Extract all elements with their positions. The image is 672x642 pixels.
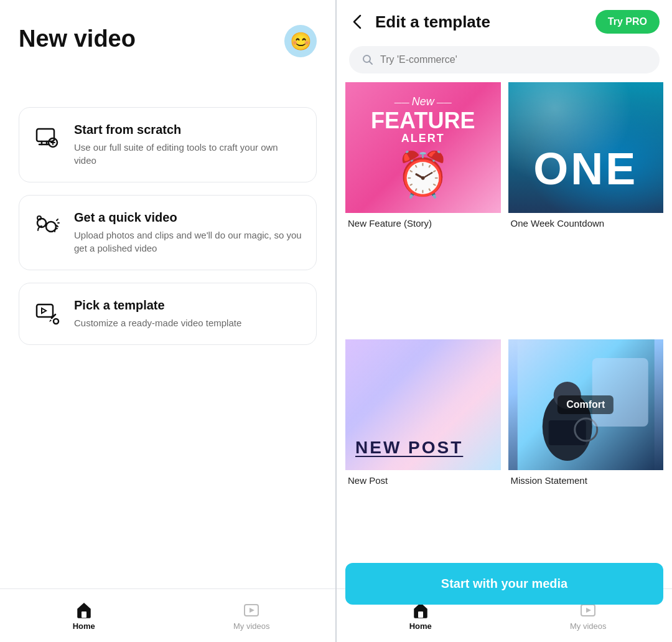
- left-bottom-nav: Home My videos: [0, 588, 335, 642]
- search-icon: [362, 54, 374, 66]
- search-input[interactable]: [380, 54, 647, 65]
- comfort-badge: Comfort: [558, 395, 614, 414]
- np-text: NEW POST: [355, 438, 463, 458]
- svg-rect-17: [592, 358, 648, 427]
- page-title: New video: [19, 25, 136, 54]
- myvideos-icon: [243, 602, 260, 619]
- scratch-title: Start from scratch: [74, 123, 302, 137]
- left-panel: New video 😊 Start from scratch Use our f…: [0, 0, 335, 642]
- left-nav-home-label: Home: [73, 621, 95, 631]
- template-card-mission[interactable]: Comfort Mission Statement: [508, 339, 664, 589]
- template-label-new-post: New Post: [345, 470, 501, 488]
- avatar-emoji: 😊: [290, 31, 312, 52]
- start-media-button-wrap: Start with your media: [345, 563, 663, 605]
- left-nav-home[interactable]: Home: [0, 597, 168, 636]
- template-card-new-post[interactable]: NEW POST New Post: [345, 339, 501, 589]
- quick-text: Get a quick video Upload photos and clip…: [74, 210, 302, 255]
- options-list: Start from scratch Use our full suite of…: [0, 70, 335, 588]
- right-panel-title: Edit a template: [375, 12, 587, 32]
- template-title: Pick a template: [74, 298, 241, 313]
- scratch-icon: [33, 123, 63, 153]
- svg-rect-0: [37, 129, 54, 141]
- start-from-scratch-card[interactable]: Start from scratch Use our full suite of…: [19, 107, 317, 182]
- svg-rect-18: [418, 611, 423, 618]
- left-header: New video 😊: [0, 0, 335, 70]
- template-label-one-week: One Week Countdown: [508, 213, 664, 231]
- quick-icon: [33, 210, 63, 240]
- home-icon: [75, 602, 93, 619]
- start-media-button[interactable]: Start with your media: [345, 563, 663, 605]
- template-icon: [33, 298, 63, 328]
- template-text: Pick a template Customize a ready-made v…: [74, 298, 241, 329]
- template-desc: Customize a ready-made video template: [74, 316, 241, 329]
- nf-new-text: New: [371, 95, 475, 108]
- template-card-one-week[interactable]: ONE One Week Countdown: [508, 82, 664, 332]
- svg-marker-10: [250, 608, 254, 613]
- left-nav-myvideos[interactable]: My videos: [168, 597, 336, 636]
- template-label-mission: Mission Statement: [508, 470, 664, 488]
- scratch-desc: Use our full suite of editing tools to c…: [74, 141, 302, 167]
- search-bar: [349, 46, 660, 73]
- svg-point-7: [54, 319, 58, 324]
- svg-point-4: [37, 216, 41, 220]
- template-grid: New FEATURE ALERT ⏰ New Feature (Story) …: [337, 82, 672, 588]
- svg-rect-8: [82, 611, 86, 618]
- one-text: ONE: [508, 143, 664, 194]
- right-panel: Edit a template Try PRO New FEATURE ALER…: [337, 0, 672, 642]
- svg-rect-15: [548, 420, 586, 445]
- quick-video-card[interactable]: Get a quick video Upload photos and clip…: [19, 195, 317, 270]
- scratch-text: Start from scratch Use our full suite of…: [74, 123, 302, 167]
- template-label-new-feature: New Feature (Story): [345, 213, 501, 231]
- right-nav-home-label: Home: [409, 621, 432, 631]
- svg-marker-6: [42, 308, 46, 313]
- avatar-button[interactable]: 😊: [284, 25, 317, 57]
- pick-template-card[interactable]: Pick a template Customize a ready-made v…: [19, 283, 317, 345]
- quick-desc: Upload photos and clips and we'll do our…: [74, 229, 302, 255]
- right-header: Edit a template Try PRO: [337, 0, 672, 44]
- svg-marker-20: [586, 608, 591, 613]
- quick-title: Get a quick video: [74, 210, 302, 225]
- left-nav-myvideos-label: My videos: [233, 621, 270, 631]
- right-nav-myvideos-label: My videos: [570, 621, 607, 631]
- try-pro-button[interactable]: Try PRO: [595, 10, 660, 34]
- clock-emoji: ⏰: [396, 149, 450, 200]
- template-card-new-feature[interactable]: New FEATURE ALERT ⏰ New Feature (Story): [345, 82, 501, 332]
- back-button[interactable]: [349, 13, 366, 31]
